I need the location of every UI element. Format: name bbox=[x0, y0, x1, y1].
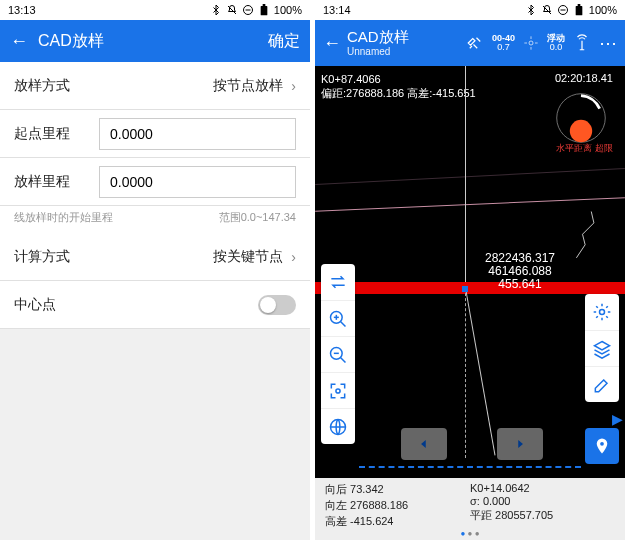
left-toolbar bbox=[321, 264, 355, 444]
map-line bbox=[315, 168, 625, 185]
back-button[interactable]: ← bbox=[10, 31, 28, 52]
play-icon[interactable]: ▶ bbox=[612, 411, 623, 427]
overflow-menu[interactable]: ⋯ bbox=[599, 32, 617, 54]
svg-point-12 bbox=[570, 120, 592, 142]
right-toolbar bbox=[585, 294, 619, 402]
status-time: 13:14 bbox=[323, 4, 351, 16]
map-view[interactable]: K0+87.4066 偏距:276888.186 高差:-415.651 02:… bbox=[315, 66, 625, 478]
page-subtitle: Unnamed bbox=[347, 46, 409, 57]
svg-line-14 bbox=[341, 321, 346, 326]
title-bar: ← CAD放样 Unnamed 00-40 0.7 浮动 0.0 ⋯ bbox=[315, 20, 625, 66]
info-cell: K0+14.0642 bbox=[470, 482, 615, 494]
info-cell: 向后 73.342 bbox=[325, 482, 470, 497]
highlight-button[interactable] bbox=[585, 366, 619, 402]
bluetooth-icon bbox=[525, 4, 537, 16]
chevron-right-icon: › bbox=[291, 78, 296, 94]
center-toggle[interactable] bbox=[258, 295, 296, 315]
prev-button[interactable] bbox=[401, 428, 447, 460]
zoom-in-button[interactable] bbox=[321, 300, 355, 336]
row-start-mileage: 起点里程 bbox=[0, 110, 310, 158]
svg-point-10 bbox=[529, 41, 533, 45]
hint-left: 线放样时的开始里程 bbox=[14, 210, 113, 225]
label: 放样方式 bbox=[14, 77, 99, 95]
label: 放样里程 bbox=[14, 173, 99, 191]
value: 按关键节点 bbox=[99, 248, 283, 266]
info-top-right: 02:20:18.41 bbox=[555, 72, 613, 84]
svg-point-22 bbox=[600, 310, 605, 315]
info-top-left: K0+87.4066 偏距:276888.186 高差:-415.651 bbox=[321, 72, 476, 101]
baseline-dashed bbox=[359, 466, 581, 468]
bluetooth-icon bbox=[210, 4, 222, 16]
svg-rect-4 bbox=[263, 4, 266, 6]
antenna-icon[interactable] bbox=[573, 34, 591, 52]
status-time: 13:13 bbox=[8, 4, 36, 16]
swap-button[interactable] bbox=[321, 264, 355, 300]
fullscreen-button[interactable] bbox=[321, 372, 355, 408]
row-stake-mileage: 放样里程 bbox=[0, 158, 310, 206]
pager-dots[interactable]: ● ● ● bbox=[315, 529, 625, 538]
page-title: CAD放样 bbox=[347, 29, 409, 46]
svg-rect-8 bbox=[576, 6, 583, 15]
map-dashed-line bbox=[465, 288, 466, 458]
info-cell: 高差 -415.624 bbox=[325, 514, 470, 529]
locate-button[interactable] bbox=[585, 428, 619, 464]
label: 中心点 bbox=[14, 296, 99, 314]
chevron-right-icon: › bbox=[291, 249, 296, 265]
mute-icon bbox=[226, 4, 238, 16]
status-bar: 13:13 100% bbox=[0, 0, 310, 20]
svg-line-18 bbox=[341, 357, 346, 362]
zoom-out-button[interactable] bbox=[321, 336, 355, 372]
title-bar: ← CAD放样 确定 bbox=[0, 20, 310, 62]
row-calc-mode[interactable]: 计算方式 按关键节点 › bbox=[0, 233, 310, 281]
battery-pct: 100% bbox=[589, 4, 617, 16]
battery-icon bbox=[573, 4, 585, 16]
svg-rect-9 bbox=[578, 4, 581, 6]
row-center-point: 中心点 bbox=[0, 281, 310, 329]
svg-point-20 bbox=[336, 388, 340, 392]
satellite-icon[interactable] bbox=[466, 34, 484, 52]
info-cell: 向左 276888.186 bbox=[325, 498, 470, 513]
layers-button[interactable] bbox=[585, 330, 619, 366]
hint-right: 范围0.0~147.34 bbox=[219, 210, 296, 225]
battery-icon bbox=[258, 4, 270, 16]
stake-mileage-input[interactable] bbox=[99, 166, 296, 198]
crosshair-icon[interactable] bbox=[523, 35, 539, 51]
svg-rect-3 bbox=[261, 6, 268, 15]
start-mileage-input[interactable] bbox=[99, 118, 296, 150]
dnd-icon bbox=[242, 4, 254, 16]
value: 按节点放样 bbox=[99, 77, 283, 95]
battery-pct: 100% bbox=[274, 4, 302, 16]
hint-row: 线放样时的开始里程 范围0.0~147.34 bbox=[0, 206, 310, 233]
globe-button[interactable] bbox=[321, 408, 355, 444]
dnd-icon bbox=[557, 4, 569, 16]
label: 起点里程 bbox=[14, 125, 99, 143]
info-cell: 平距 280557.705 bbox=[470, 508, 615, 523]
coordinates-readout: 2822436.317 461466.088 455.641 bbox=[460, 252, 580, 292]
svg-point-23 bbox=[600, 442, 604, 446]
next-button[interactable] bbox=[497, 428, 543, 460]
bottom-info-panel: 向后 73.342 向左 276888.186 高差 -415.624 K0+1… bbox=[315, 478, 625, 540]
back-button[interactable]: ← bbox=[323, 33, 341, 54]
status-bar: 13:14 100% bbox=[315, 0, 625, 20]
label: 计算方式 bbox=[14, 248, 99, 266]
warning-text: 水平距离 超限 bbox=[556, 142, 613, 155]
info-cell: σ: 0.000 bbox=[470, 495, 615, 507]
row-stake-mode[interactable]: 放样方式 按节点放样 › bbox=[0, 62, 310, 110]
confirm-button[interactable]: 确定 bbox=[268, 31, 300, 52]
compass-icon[interactable] bbox=[553, 90, 609, 146]
mute-icon bbox=[541, 4, 553, 16]
map-line bbox=[465, 288, 496, 456]
page-title: CAD放样 bbox=[38, 31, 104, 52]
indicator-2: 浮动 0.0 bbox=[547, 34, 565, 52]
settings-button[interactable] bbox=[585, 294, 619, 330]
indicator-1: 00-40 0.7 bbox=[492, 34, 515, 52]
